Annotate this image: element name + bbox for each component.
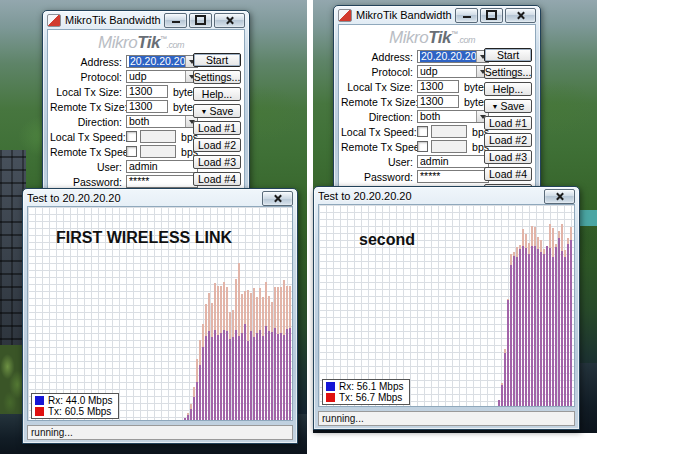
field-label: Direction: bbox=[50, 116, 126, 128]
settings--button[interactable]: Settings... bbox=[484, 65, 532, 79]
bar-overlap bbox=[289, 328, 291, 420]
bandwidth-test-window-right: MikroTik Bandwidth Test v0.1 MikroTik™.c… bbox=[333, 5, 541, 195]
bar bbox=[217, 286, 219, 420]
combo-field[interactable]: 20.20.20.20 bbox=[126, 55, 198, 68]
text-input[interactable]: 1300 bbox=[126, 85, 168, 98]
maximize-button[interactable] bbox=[480, 8, 503, 23]
load-2-button[interactable]: Load #2 bbox=[484, 133, 532, 147]
load-1-button[interactable]: Load #1 bbox=[193, 121, 241, 135]
field-label: Address: bbox=[341, 51, 417, 63]
text-input[interactable]: 1300 bbox=[126, 100, 168, 113]
form-row: Remote Tx Speed:bps bbox=[50, 144, 198, 159]
title-bar[interactable]: MikroTik Bandwidth Test v0.1 bbox=[43, 11, 249, 29]
bar-overlap bbox=[546, 246, 548, 406]
text-input[interactable]: 1300 bbox=[417, 95, 459, 108]
form-row: Remote Tx Size:1300bytes bbox=[50, 99, 198, 114]
checkbox[interactable] bbox=[417, 141, 428, 152]
field-label: Local Tx Speed: bbox=[341, 126, 417, 138]
text-input[interactable]: ***** bbox=[417, 170, 489, 183]
bar-overlap bbox=[513, 256, 515, 406]
title-bar[interactable]: Test to 20.20.20.20 bbox=[314, 187, 579, 205]
bar bbox=[549, 224, 551, 406]
checkbox[interactable] bbox=[417, 126, 428, 137]
bar bbox=[519, 245, 521, 406]
start-button[interactable]: Start bbox=[193, 53, 241, 67]
bar bbox=[561, 224, 563, 406]
bar-overlap bbox=[184, 418, 186, 420]
chart-body: second Rx: 56.1 Mbps Tx: 56.7 Mbps bbox=[318, 204, 575, 407]
field-label: Remote Tx Size: bbox=[50, 101, 126, 113]
help--button[interactable]: Help... bbox=[193, 87, 241, 101]
field-label: Password: bbox=[341, 171, 417, 183]
bar-overlap bbox=[534, 246, 536, 406]
bar bbox=[570, 227, 572, 406]
title-bar[interactable]: Test to 20.20.20.20 bbox=[23, 189, 297, 207]
field-label: User: bbox=[341, 156, 417, 168]
bar-overlap bbox=[561, 251, 563, 407]
checkbox[interactable] bbox=[126, 131, 137, 142]
text-input[interactable]: admin bbox=[417, 155, 489, 168]
load-4-button[interactable]: Load #4 bbox=[193, 172, 241, 186]
speed-input[interactable] bbox=[140, 145, 176, 158]
form-body: MikroTik™.com Address:20.20.20.20Protoco… bbox=[338, 24, 536, 194]
combo-field[interactable]: udp bbox=[126, 70, 198, 83]
bar-overlap bbox=[199, 365, 201, 420]
field-label: Address: bbox=[50, 56, 126, 68]
save-button[interactable]: ▼Save bbox=[484, 99, 532, 113]
speed-input[interactable] bbox=[431, 140, 467, 153]
form-row: Address:20.20.20.20 bbox=[341, 49, 489, 64]
checkbox[interactable] bbox=[126, 146, 137, 157]
combo-value: both bbox=[420, 110, 440, 122]
bar-overlap bbox=[555, 247, 557, 407]
load-1-button[interactable]: Load #1 bbox=[484, 116, 532, 130]
combo-field[interactable]: both bbox=[417, 110, 489, 123]
close-button[interactable] bbox=[262, 191, 293, 206]
speed-input[interactable] bbox=[431, 125, 467, 138]
bar-overlap bbox=[540, 252, 542, 406]
bar bbox=[543, 249, 545, 406]
load-4-button[interactable]: Load #4 bbox=[484, 167, 532, 181]
bar-overlap bbox=[570, 240, 572, 406]
load-2-button[interactable]: Load #2 bbox=[193, 138, 241, 152]
bar bbox=[513, 252, 515, 406]
minimize-button[interactable] bbox=[455, 8, 478, 23]
field-label: Remote Tx Speed: bbox=[341, 141, 417, 153]
bar bbox=[214, 283, 216, 421]
combo-field[interactable]: 20.20.20.20 bbox=[417, 50, 489, 63]
save-button[interactable]: ▼Save bbox=[193, 104, 241, 118]
bar-overlap bbox=[537, 249, 539, 406]
title-bar[interactable]: MikroTik Bandwidth Test v0.1 bbox=[334, 6, 540, 24]
text-input[interactable]: ***** bbox=[126, 175, 198, 188]
bar bbox=[226, 287, 228, 420]
bar-overlap bbox=[229, 339, 231, 420]
bar-overlap bbox=[250, 331, 252, 421]
status-bar: running... bbox=[318, 411, 575, 426]
bar bbox=[259, 288, 261, 420]
combo-field[interactable]: both bbox=[126, 115, 198, 128]
settings--button[interactable]: Settings... bbox=[193, 70, 241, 84]
minimize-button[interactable] bbox=[164, 13, 187, 28]
bar bbox=[552, 228, 554, 406]
bar bbox=[558, 231, 560, 406]
field-label: Local Tx Size: bbox=[50, 86, 126, 98]
bar-overlap bbox=[498, 400, 500, 406]
maximize-button[interactable] bbox=[189, 13, 212, 28]
text-input[interactable]: 1300 bbox=[417, 80, 459, 93]
bar bbox=[196, 359, 198, 420]
text-input[interactable]: admin bbox=[126, 160, 198, 173]
bar-overlap bbox=[525, 248, 527, 406]
combo-value: udp bbox=[129, 70, 147, 82]
bar-overlap bbox=[549, 248, 551, 407]
load-3-button[interactable]: Load #3 bbox=[484, 150, 532, 164]
close-button[interactable] bbox=[214, 13, 245, 28]
close-button[interactable] bbox=[505, 8, 536, 23]
combo-value: udp bbox=[420, 65, 438, 77]
start-button[interactable]: Start bbox=[484, 48, 532, 62]
bar bbox=[268, 296, 270, 420]
speed-input[interactable] bbox=[140, 130, 176, 143]
combo-field[interactable]: udp bbox=[417, 65, 489, 78]
load-3-button[interactable]: Load #3 bbox=[193, 155, 241, 169]
legend: Rx: 44.0 Mbps Tx: 60.5 Mbps bbox=[31, 393, 119, 419]
close-button[interactable] bbox=[544, 189, 575, 204]
help--button[interactable]: Help... bbox=[484, 82, 532, 96]
